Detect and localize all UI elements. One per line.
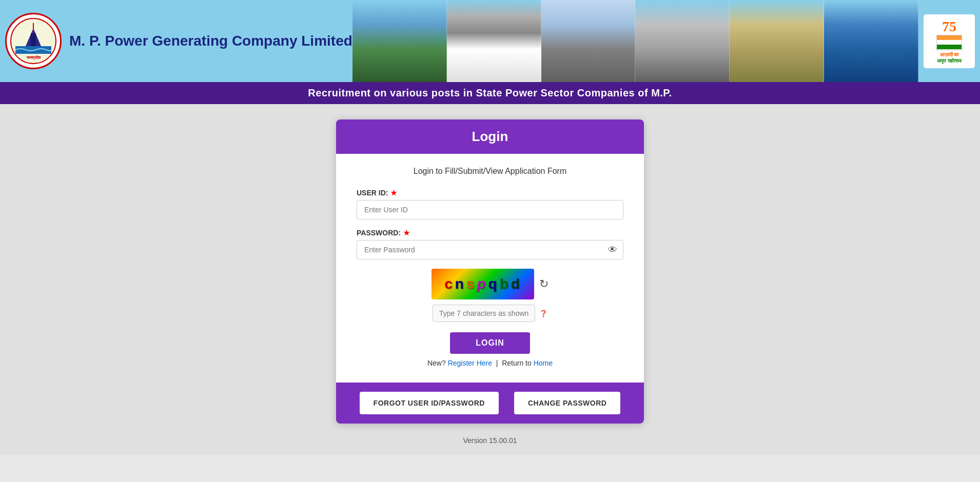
flag-green: [937, 45, 962, 49]
captcha-input-wrapper: ❓: [433, 305, 547, 322]
password-label: PASSWORD: ★: [357, 229, 623, 237]
return-text: Return to: [502, 359, 532, 367]
new-user-text: New?: [427, 359, 446, 367]
captcha-image: c n s p q b d: [432, 269, 534, 299]
register-line: New? Register Here | Return to Home: [357, 359, 623, 367]
login-subtitle: Login to Fill/Submit/View Application Fo…: [357, 167, 623, 176]
captcha-char-1: c: [444, 276, 454, 292]
header-img-2: [447, 0, 541, 82]
company-name: M. P. Power Generating Company Limited: [69, 32, 352, 50]
captcha-image-wrapper: c n s p q b d ↻: [432, 269, 548, 299]
svg-rect-3: [31, 33, 36, 46]
login-card-header: Login: [336, 119, 644, 154]
userid-group: USER ID: ★: [357, 189, 623, 219]
register-link-text: Register Here: [448, 359, 492, 367]
header-left: मध्यप्रदेश M. P. Power Generating Compan…: [5, 13, 352, 69]
banner-text: Recruitment on various posts in State Po…: [308, 87, 672, 98]
userid-label-text: USER ID:: [357, 189, 388, 197]
captcha-char-4: p: [477, 276, 487, 292]
password-input[interactable]: [357, 240, 623, 259]
captcha-refresh-icon[interactable]: ↻: [539, 277, 548, 291]
login-card: Login Login to Fill/Submit/View Applicat…: [336, 119, 644, 424]
login-button[interactable]: LOGIN: [450, 332, 530, 354]
captcha-char-7: d: [511, 276, 521, 292]
captcha-help-icon[interactable]: ❓: [539, 310, 547, 317]
change-password-button[interactable]: CHANGE PASSWORD: [514, 392, 620, 414]
captcha-char-3: s: [466, 276, 476, 292]
version-text: Version 15.00.01: [463, 436, 517, 445]
azadi-badge: 75 आज़ादी का अमृत महोत्सव: [924, 14, 975, 68]
separator: |: [496, 359, 498, 367]
captcha-char-5: q: [488, 276, 499, 292]
azadi-text-line1: आज़ादी का: [940, 52, 959, 58]
header-images: [352, 0, 918, 82]
password-group: PASSWORD: ★ 👁: [357, 229, 623, 259]
india-flag: [936, 35, 962, 50]
home-link-text: Home: [534, 359, 553, 367]
login-title: Login: [472, 129, 508, 144]
home-link[interactable]: Home: [534, 359, 553, 367]
flag-orange: [937, 35, 962, 40]
header-img-1: [352, 0, 447, 82]
captcha-char-2: n: [455, 276, 465, 292]
captcha-text: c n s p q b d: [444, 276, 521, 292]
login-card-footer: FORGOT USER ID/PASSWORD CHANGE PASSWORD: [336, 383, 644, 424]
change-password-label: CHANGE PASSWORD: [528, 399, 606, 407]
header-img-4: [635, 0, 730, 82]
userid-required: ★: [390, 189, 397, 197]
header: मध्यप्रदेश M. P. Power Generating Compan…: [0, 0, 980, 82]
captcha-char-6: b: [500, 276, 510, 292]
register-link[interactable]: Register Here: [448, 359, 492, 367]
company-logo: मध्यप्रदेश: [5, 13, 62, 69]
userid-input[interactable]: [357, 200, 623, 219]
azadi-text-line2: अमृत महोत्सव: [937, 58, 962, 64]
password-wrapper: 👁: [357, 240, 623, 259]
captcha-container: c n s p q b d ↻ ❓: [357, 269, 623, 322]
header-right: 75 आज़ादी का अमृत महोत्सव: [924, 14, 975, 68]
userid-label: USER ID: ★: [357, 189, 623, 197]
password-required: ★: [403, 229, 410, 237]
header-img-3: [541, 0, 636, 82]
captcha-input[interactable]: [433, 305, 535, 322]
svg-text:मध्यप्रदेश: मध्यप्रदेश: [26, 55, 41, 60]
forgot-password-button[interactable]: FORGOT USER ID/PASSWORD: [360, 392, 499, 414]
azadi-number: 75: [942, 18, 956, 35]
flag-white: [937, 40, 962, 45]
toggle-password-icon[interactable]: 👁: [608, 245, 617, 255]
recruitment-banner: Recruitment on various posts in State Po…: [0, 82, 980, 104]
login-button-label: LOGIN: [476, 338, 504, 347]
main-content: Login Login to Fill/Submit/View Applicat…: [0, 104, 980, 455]
login-card-body: Login to Fill/Submit/View Application Fo…: [336, 154, 644, 383]
forgot-button-label: FORGOT USER ID/PASSWORD: [374, 399, 485, 407]
header-img-6: [824, 0, 918, 82]
password-label-text: PASSWORD:: [357, 229, 401, 237]
header-img-5: [730, 0, 824, 82]
